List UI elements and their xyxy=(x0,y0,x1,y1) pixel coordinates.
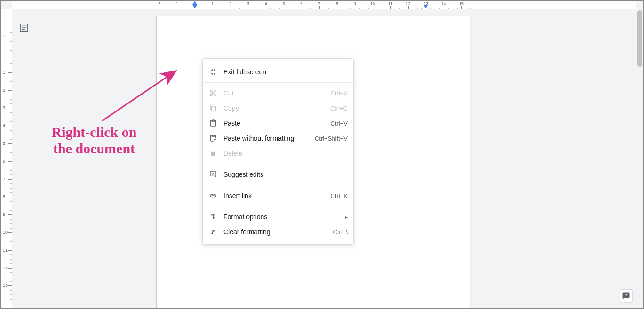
vertical-scrollbar[interactable] xyxy=(636,9,643,308)
scrollbar-thumb[interactable] xyxy=(637,10,642,67)
format-options-icon: T xyxy=(208,212,218,222)
explore-button[interactable] xyxy=(620,289,633,302)
context-menu: Exit full screen Cut Ctrl+X Copy Ctrl+C … xyxy=(202,58,354,245)
document-outline-icon[interactable] xyxy=(19,23,29,33)
menu-separator xyxy=(203,185,353,185)
menu-label: Copy xyxy=(223,104,330,112)
menu-shortcut: Ctrl+V xyxy=(331,120,348,127)
menu-shortcut: Ctrl+C xyxy=(330,105,348,112)
menu-item-format-options[interactable]: T Format options ▸ xyxy=(203,209,353,224)
vertical-ruler[interactable]: 112345678910111213 xyxy=(1,9,12,308)
cut-icon xyxy=(208,88,218,98)
right-indent-marker[interactable] xyxy=(423,5,428,8)
first-line-indent-marker[interactable] xyxy=(192,1,197,5)
link-icon xyxy=(208,191,218,200)
copy-icon xyxy=(208,103,218,113)
menu-item-insert-link[interactable]: Insert link Ctrl+K xyxy=(203,188,353,203)
menu-separator xyxy=(203,206,353,206)
paste-no-format-icon xyxy=(208,134,218,143)
submenu-arrow-icon: ▸ xyxy=(345,214,348,220)
menu-shortcut: Ctrl+Shift+V xyxy=(315,135,348,142)
exit-full-screen-icon xyxy=(208,67,218,77)
menu-label: Paste without formatting xyxy=(223,135,315,142)
menu-shortcut: Ctrl+K xyxy=(331,192,348,199)
horizontal-ruler[interactable]: 21123456789101112131415 xyxy=(12,1,636,9)
clear-formatting-icon xyxy=(208,227,218,237)
menu-label: Paste xyxy=(223,119,331,127)
menu-item-copy[interactable]: Copy Ctrl+C xyxy=(203,101,353,116)
menu-item-cut[interactable]: Cut Ctrl+X xyxy=(203,86,353,101)
menu-label: Format options xyxy=(223,213,342,221)
menu-item-clear-formatting[interactable]: Clear formatting Ctrl+\ xyxy=(203,224,353,239)
menu-shortcut: Ctrl+X xyxy=(331,90,348,97)
menu-separator xyxy=(203,82,353,83)
menu-item-suggest-edits[interactable]: Suggest edits xyxy=(203,167,353,182)
menu-label: Clear formatting xyxy=(223,228,333,236)
suggest-edits-icon xyxy=(208,170,218,179)
menu-label: Insert link xyxy=(223,192,331,199)
menu-item-paste-without-formatting[interactable]: Paste without formatting Ctrl+Shift+V xyxy=(203,131,353,146)
menu-item-exit-full-screen[interactable]: Exit full screen xyxy=(203,64,353,79)
menu-item-paste[interactable]: Paste Ctrl+V xyxy=(203,116,353,131)
menu-label: Delete xyxy=(223,150,348,157)
svg-text:T: T xyxy=(214,217,215,220)
menu-separator xyxy=(203,164,353,164)
menu-shortcut: Ctrl+\ xyxy=(333,229,348,236)
menu-label: Suggest edits xyxy=(223,171,348,178)
delete-icon xyxy=(208,149,218,158)
paste-icon xyxy=(208,119,218,128)
menu-label: Exit full screen xyxy=(223,68,348,76)
menu-item-delete[interactable]: Delete xyxy=(203,146,353,161)
left-indent-marker[interactable] xyxy=(192,5,197,8)
menu-label: Cut xyxy=(223,89,331,97)
